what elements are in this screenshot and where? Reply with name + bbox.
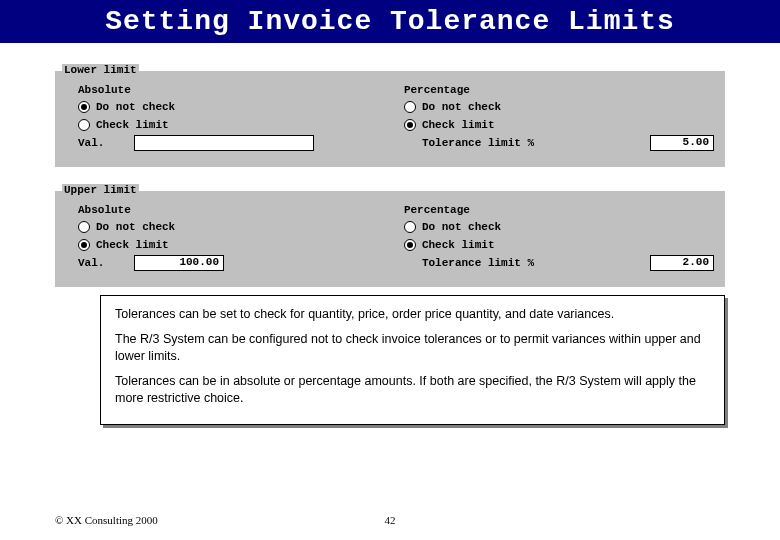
upper-percentage-tol-input[interactable]: 2.00	[650, 255, 714, 271]
lower-percentage-chk-label: Check limit	[422, 119, 495, 131]
page-number: 42	[385, 514, 396, 526]
upper-absolute-val-label: Val.	[78, 257, 134, 269]
copyright-text: © XX Consulting 2000	[55, 514, 158, 526]
radio-icon	[78, 221, 90, 233]
upper-limit-legend: Upper limit	[62, 184, 139, 196]
notes-box: Tolerances can be set to check for quant…	[100, 295, 725, 425]
upper-percentage-group: Percentage Do not check Check limit Tole…	[404, 204, 714, 272]
lower-absolute-val-row: Val.	[68, 134, 404, 152]
lower-limit-legend: Lower limit	[62, 64, 139, 76]
lower-absolute-chk-row[interactable]: Check limit	[68, 116, 404, 134]
upper-absolute-val-row: Val. 100.00	[68, 254, 404, 272]
lower-percentage-heading: Percentage	[404, 84, 714, 96]
lower-absolute-val-input[interactable]	[134, 135, 314, 151]
lower-absolute-dnc-label: Do not check	[96, 101, 175, 113]
radio-icon	[404, 221, 416, 233]
note-paragraph: Tolerances can be set to check for quant…	[115, 306, 710, 323]
lower-absolute-chk-label: Check limit	[96, 119, 169, 131]
lower-percentage-tol-label: Tolerance limit %	[404, 137, 650, 149]
lower-percentage-chk-row[interactable]: Check limit	[404, 116, 714, 134]
lower-percentage-tol-input[interactable]: 5.00	[650, 135, 714, 151]
lower-absolute-heading: Absolute	[68, 84, 404, 96]
note-paragraph: Tolerances can be in absolute or percent…	[115, 373, 710, 407]
lower-percentage-group: Percentage Do not check Check limit Tole…	[404, 84, 714, 152]
upper-absolute-group: Absolute Do not check Check limit Val. 1…	[68, 204, 404, 272]
radio-icon	[78, 239, 90, 251]
note-paragraph: The R/3 System can be configured not to …	[115, 331, 710, 365]
radio-icon	[404, 239, 416, 251]
upper-percentage-chk-row[interactable]: Check limit	[404, 236, 714, 254]
upper-absolute-chk-row[interactable]: Check limit	[68, 236, 404, 254]
lower-absolute-val-label: Val.	[78, 137, 134, 149]
upper-absolute-heading: Absolute	[68, 204, 404, 216]
lower-percentage-tol-row: Tolerance limit % 5.00	[404, 134, 714, 152]
radio-icon	[78, 119, 90, 131]
lower-percentage-dnc-label: Do not check	[422, 101, 501, 113]
lower-limit-panel: Lower limit Absolute Do not check Check …	[55, 71, 725, 167]
upper-percentage-heading: Percentage	[404, 204, 714, 216]
radio-icon	[404, 101, 416, 113]
upper-percentage-chk-label: Check limit	[422, 239, 495, 251]
upper-percentage-dnc-row[interactable]: Do not check	[404, 218, 714, 236]
upper-absolute-dnc-label: Do not check	[96, 221, 175, 233]
radio-icon	[78, 101, 90, 113]
upper-absolute-chk-label: Check limit	[96, 239, 169, 251]
radio-icon	[404, 119, 416, 131]
lower-absolute-group: Absolute Do not check Check limit Val.	[68, 84, 404, 152]
page-title: Setting Invoice Tolerance Limits	[0, 0, 780, 43]
lower-percentage-dnc-row[interactable]: Do not check	[404, 98, 714, 116]
upper-percentage-dnc-label: Do not check	[422, 221, 501, 233]
footer: © XX Consulting 2000 42	[55, 514, 725, 526]
upper-percentage-tol-row: Tolerance limit % 2.00	[404, 254, 714, 272]
upper-absolute-val-input[interactable]: 100.00	[134, 255, 224, 271]
upper-absolute-dnc-row[interactable]: Do not check	[68, 218, 404, 236]
upper-limit-panel: Upper limit Absolute Do not check Check …	[55, 191, 725, 287]
upper-percentage-tol-label: Tolerance limit %	[404, 257, 650, 269]
form-area: Lower limit Absolute Do not check Check …	[55, 71, 725, 287]
lower-absolute-dnc-row[interactable]: Do not check	[68, 98, 404, 116]
